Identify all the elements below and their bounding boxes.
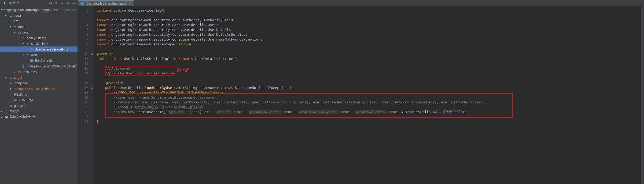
tree-item-label: HELP.md xyxy=(14,93,27,96)
tree-resources[interactable]: ▸🗀 resources xyxy=(0,69,78,75)
editor-area: 1 3 4 5 6 7 8 9 10● 11 12 13 14 16 17↳ 1… xyxy=(78,6,644,184)
line-number: 6 xyxy=(86,33,88,37)
line-number: 10 xyxy=(84,52,88,56)
project-tree[interactable]: ▾🗀 spring-boot-security2-demo E:\IdeaPro… xyxy=(0,6,78,184)
tree-main[interactable]: ▾🗀 main xyxy=(0,24,78,30)
tree-item-label: service.impl xyxy=(31,42,48,46)
line-number: 14 xyxy=(84,71,88,75)
tree-item-label: java xyxy=(23,31,28,34)
tree-root-label: spring-boot-security2-demo xyxy=(6,8,49,12)
line-number: 24 xyxy=(84,120,88,124)
tree-item-label: SpringBootSecurity2DemoApplication xyxy=(25,64,78,68)
line-number: 1 xyxy=(86,9,88,12)
collapse-inline-icon[interactable]: ⇡↓ xyxy=(105,76,109,80)
line-number: 4 xyxy=(86,23,88,27)
line-number: 16 xyxy=(84,81,88,85)
java-class-icon: C xyxy=(80,2,84,5)
tree-idea[interactable]: ▸🗀 .idea xyxy=(0,13,78,18)
close-icon[interactable]: × xyxy=(129,1,131,5)
line-number: 18 xyxy=(84,91,88,95)
java-class-icon: C xyxy=(30,59,34,62)
editor-gutter[interactable]: 1 3 4 5 6 7 8 9 10● 11 12 13 14 16 17↳ 1… xyxy=(78,6,94,184)
tree-src[interactable]: ▾🗀 src xyxy=(0,18,78,24)
tree-item-label: .idea xyxy=(14,14,21,17)
line-number: 12 xyxy=(84,62,88,66)
tree-item-label: TestController xyxy=(35,59,54,63)
tree-readme[interactable]: ↓ README.md xyxy=(0,97,78,103)
editor-tab-active[interactable]: C UserDetailsServiceImpl.java × xyxy=(78,0,134,6)
line-number: 20 xyxy=(84,100,88,104)
collapse-icon[interactable]: ⇥ xyxy=(60,1,63,5)
panel-action-icons: ⦿ ≡ ⇥ ⚙ — xyxy=(49,1,76,5)
line-number: 7 xyxy=(86,38,88,41)
tree-pom[interactable]: m pom.xml xyxy=(0,103,78,109)
line-number: 21 xyxy=(84,105,88,109)
line-number: 17 xyxy=(84,86,88,90)
tree-item-label: resources xyxy=(23,70,37,74)
tree-root-path: E:\IdeaProjects\spring-bc xyxy=(50,8,78,12)
line-number: 8 xyxy=(86,42,88,46)
project-panel-header: ▮ 项目 ▼ ⦿ ≡ ⇥ ⚙ — xyxy=(0,1,78,5)
main-area: ▾🗀 spring-boot-security2-demo E:\IdeaPro… xyxy=(0,6,644,184)
code-editor[interactable]: package com.yu.demo.service.impl; import… xyxy=(94,6,644,184)
tree-web[interactable]: ▾🗀 web xyxy=(0,52,78,58)
line-number: 22 xyxy=(84,110,88,114)
tree-item-label: com.yu.demo xyxy=(27,36,46,40)
tree-item-label: target xyxy=(14,76,22,80)
tree-ext-lib[interactable]: ▸▯ 外部库 xyxy=(0,109,78,114)
editor-tab-bar: C UserDetailsServiceImpl.java × xyxy=(78,0,134,6)
tree-iml[interactable]: ◧ spring-boot-security2-demo.iml xyxy=(0,86,78,92)
line-number: 9 xyxy=(86,47,88,51)
tree-item-label: README.md xyxy=(14,98,33,102)
tree-target[interactable]: ▸🗀 target xyxy=(0,75,78,80)
tree-item-label: main xyxy=(18,25,25,29)
runnable-class-icon: ▶ xyxy=(23,64,24,68)
tree-root[interactable]: ▾🗀 spring-boot-security2-demo E:\IdeaPro… xyxy=(0,7,78,13)
tree-item-label: web xyxy=(31,53,37,57)
tree-help[interactable]: ↓ HELP.md xyxy=(0,92,78,97)
tree-java[interactable]: ▾🗀 java xyxy=(0,30,78,35)
line-number: 19 xyxy=(84,96,88,99)
line-number: 23 xyxy=(84,115,88,119)
tree-package[interactable]: ▾🗀 com.yu.demo xyxy=(0,35,78,41)
line-number: 13 xyxy=(84,67,88,70)
sort-icon[interactable]: ≡ xyxy=(55,1,57,5)
java-class-icon: C xyxy=(30,48,34,51)
locate-icon[interactable]: ⦿ xyxy=(49,1,52,5)
tree-tc[interactable]: C TestController xyxy=(0,58,78,63)
tree-item-label: pom.xml xyxy=(14,104,26,108)
dropdown-chevron-icon[interactable]: ▼ xyxy=(17,2,19,5)
tree-scratches[interactable]: ▸◪ 草稿文件和控制台 xyxy=(0,114,78,120)
tree-item-label: .gitignore xyxy=(14,81,27,85)
run-gutter-icon[interactable]: ● xyxy=(91,52,93,57)
tree-item-label: 外部库 xyxy=(10,109,19,114)
project-tool-icon[interactable]: ▮ xyxy=(3,1,7,5)
tree-item-label: src xyxy=(14,19,18,23)
line-number: 5 xyxy=(86,28,88,32)
tab-filename: UserDetailsServiceImpl.java xyxy=(86,2,126,5)
tree-udsi[interactable]: C UserDetailsServiceImpl xyxy=(0,46,78,52)
tree-item-label: spring-boot-security2-demo.iml xyxy=(14,87,58,91)
tree-service-impl[interactable]: ▾🗀 service.impl xyxy=(0,41,78,46)
gear-icon[interactable]: ⚙ xyxy=(66,1,69,5)
tree-item-label: 草稿文件和控制台 xyxy=(10,115,35,119)
line-number: 3 xyxy=(86,18,88,22)
top-toolbar: ▮ 项目 ▼ ⦿ ≡ ⇥ ⚙ — C UserDetailsServiceImp… xyxy=(0,0,644,6)
override-gutter-icon[interactable]: ↳ xyxy=(91,86,93,91)
editor-scrollbar[interactable] xyxy=(641,6,644,184)
project-panel-title: 项目 xyxy=(9,1,16,5)
hide-icon[interactable]: — xyxy=(72,1,76,5)
tree-gitignore[interactable]: ◆ .gitignore xyxy=(0,80,78,86)
tree-app[interactable]: ▶ SpringBootSecurity2DemoApplication xyxy=(0,63,78,69)
line-number: 11 xyxy=(84,57,88,61)
tree-item-label: UserDetailsServiceImpl xyxy=(35,48,68,51)
